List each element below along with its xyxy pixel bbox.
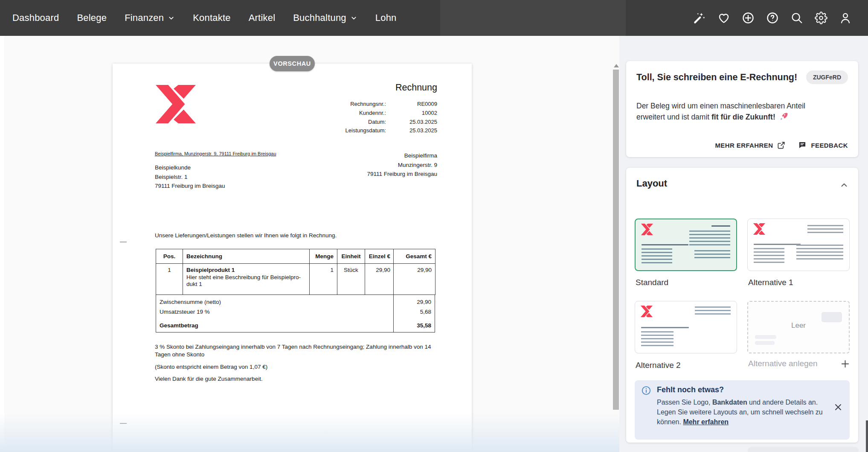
- hint-body-text: Passen Sie Logo,: [657, 399, 712, 406]
- company-city: 79111 Freiburg im Breisgau: [367, 169, 437, 179]
- meta-row: Datum:25.03.2025: [345, 118, 437, 127]
- hint-mehr-erfahren-link[interactable]: Mehr erfahren: [683, 418, 729, 426]
- zugferd-badge: ZUGFeRD: [806, 70, 848, 84]
- hint-body: Passen Sie Logo, Bankdaten und andere De…: [657, 398, 827, 427]
- recipient-street: Beispielstr. 1: [155, 172, 225, 182]
- fold-mark: [120, 242, 127, 242]
- e-invoice-actions: MEHR ERFAHREN FEEDBACK: [715, 141, 848, 149]
- company-address: Beispielfirma Munzingerstr. 9 79111 Frei…: [367, 151, 437, 179]
- feedback-label: FEEDBACK: [811, 142, 848, 149]
- nav-item-artikel[interactable]: Artikel: [240, 0, 284, 36]
- nav-icon-bar: [693, 12, 852, 24]
- magic-wand-icon[interactable]: [693, 12, 706, 24]
- item-einzel: 29,90: [365, 264, 394, 295]
- info-icon: [642, 386, 651, 395]
- hint-body-bold: Bankdaten: [712, 399, 747, 406]
- settings-gear-icon[interactable]: [815, 12, 827, 24]
- nav-highlight-band: [440, 0, 626, 36]
- close-icon[interactable]: [833, 402, 843, 412]
- recipient-name: Beispielkunde: [155, 163, 225, 172]
- preview-lines: [641, 331, 673, 347]
- nav-item-belege[interactable]: Belege: [68, 0, 116, 36]
- help-circle-icon[interactable]: [766, 12, 779, 24]
- rocket-icon: [779, 112, 788, 121]
- nav-menu: Dashboard Belege Finanzen Kontakte Artik…: [0, 0, 406, 36]
- nav-label: Finanzen: [125, 12, 164, 23]
- mehr-erfahren-label: MEHR ERFAHREN: [715, 142, 773, 149]
- invoice-title: Rechnung: [395, 82, 437, 93]
- layout-option-create-alternative[interactable]: Leer: [747, 301, 850, 353]
- item-menge: 1: [310, 264, 337, 295]
- company-logo-x: [155, 85, 197, 123]
- leer-placeholder-blob: [822, 312, 842, 322]
- chevron-down-icon: [350, 15, 357, 22]
- item-einheit: Stück: [337, 264, 365, 295]
- search-icon[interactable]: [790, 12, 803, 24]
- left-edge-strip: [0, 36, 4, 452]
- preview-line: [711, 225, 730, 227]
- layout-card: Layout Standard Alter: [626, 168, 858, 443]
- item-name: Beispielprodukt 1: [186, 267, 309, 273]
- totals-label: Umsatzsteuer 19 %: [156, 307, 393, 318]
- user-account-icon[interactable]: [839, 12, 852, 24]
- leer-placeholder-bar: [755, 341, 775, 345]
- preview-badge: VORSCHAU: [270, 56, 315, 71]
- invoice-totals: Zwischensumme (netto) 29,90 Umsatzsteuer…: [156, 295, 435, 332]
- meta-label: Leistungsdatum:: [345, 126, 386, 135]
- invoice-notes: 3 % Skonto bei Zahlungseingang innerhalb…: [155, 343, 440, 383]
- meta-label: Kundennr.:: [359, 109, 386, 118]
- e-invoice-title: Toll, Sie schreiben eine E-Rechnung!: [636, 72, 797, 83]
- col-header-einzel: Einzel €: [365, 249, 394, 264]
- mehr-erfahren-link[interactable]: MEHR ERFAHREN: [715, 141, 785, 149]
- layout-option-alternative-2[interactable]: [635, 301, 737, 353]
- plus-icon: [841, 359, 850, 368]
- col-header-menge: Menge: [310, 249, 337, 264]
- table-header-row: Pos. Bezeichnung Menge Einheit Einzel € …: [156, 249, 435, 264]
- nav-label: Belege: [77, 12, 107, 23]
- nav-item-finanzen[interactable]: Finanzen: [116, 0, 184, 36]
- note-skonto: 3 % Skonto bei Zahlungseingang innerhalb…: [155, 343, 440, 359]
- invoice-meta: Rechnungsnr.:RE0009 Kundennr.:10002 Datu…: [345, 100, 437, 135]
- sender-address-line: Beispielfirma, Munzingerstr. 9, 79111 Fr…: [155, 151, 276, 156]
- invoice-document: Rechnung Rechnungsnr.:RE0009 Kundennr.:1…: [113, 64, 472, 452]
- nav-label: Artikel: [249, 12, 276, 23]
- meta-row: Kundennr.:10002: [345, 109, 437, 118]
- item-pos: 1: [156, 264, 183, 295]
- layout-label-alternative-2: Alternative 2: [636, 361, 681, 370]
- company-street: Munzingerstr. 9: [367, 160, 437, 170]
- col-header-pos: Pos.: [156, 249, 183, 264]
- mini-x-logo: [640, 306, 653, 317]
- preview-lines: [642, 248, 672, 264]
- feedback-link[interactable]: FEEDBACK: [798, 141, 848, 149]
- totals-value: 5,68: [393, 307, 435, 318]
- scrollbar-up-arrow[interactable]: [614, 64, 619, 67]
- nav-item-lohn[interactable]: Lohn: [366, 0, 406, 36]
- plus-circle-icon[interactable]: [742, 12, 755, 24]
- nav-item-dashboard[interactable]: Dashboard: [3, 0, 68, 36]
- layout-option-alternative-1[interactable]: [747, 219, 850, 271]
- meta-value: 25.03.2025: [386, 118, 437, 127]
- create-alternative-button[interactable]: Alternative anlegen: [748, 359, 850, 368]
- layout-section-title: Layout: [636, 178, 667, 189]
- heart-icon[interactable]: [717, 12, 730, 24]
- chevron-down-icon: [168, 15, 175, 22]
- mini-x-logo: [753, 223, 766, 235]
- e-invoice-body: Der Beleg wird um einen maschinenlesbare…: [636, 101, 829, 123]
- e-invoice-card: Toll, Sie schreiben eine E-Rechnung! ZUG…: [626, 61, 858, 157]
- item-description-cell: Beispielprodukt 1 Hier steht eine Beschr…: [183, 264, 310, 295]
- recipient-city: 79111 Freiburg im Breisgau: [155, 181, 225, 191]
- col-header-gesamt: Gesamt €: [394, 249, 435, 264]
- item-desc: Hier steht eine Beschreibung für Beispie…: [186, 274, 309, 287]
- layout-option-standard[interactable]: [635, 219, 737, 271]
- hint-box: Fehlt noch etwas? Passen Sie Logo, Bankd…: [635, 380, 850, 440]
- item-desc-line: dukt 1: [186, 281, 309, 288]
- preview-line: [642, 244, 688, 245]
- nav-item-buchhaltung[interactable]: Buchhaltung: [284, 0, 366, 36]
- fold-mark: [120, 423, 127, 424]
- preview-line: [641, 327, 689, 328]
- nav-item-kontakte[interactable]: Kontakte: [184, 0, 239, 36]
- meta-row: Leistungsdatum:25.03.2025: [345, 126, 437, 135]
- meta-label: Datum:: [368, 118, 386, 127]
- chevron-up-icon[interactable]: [839, 181, 849, 190]
- scrollbar-thumb[interactable]: [613, 70, 619, 410]
